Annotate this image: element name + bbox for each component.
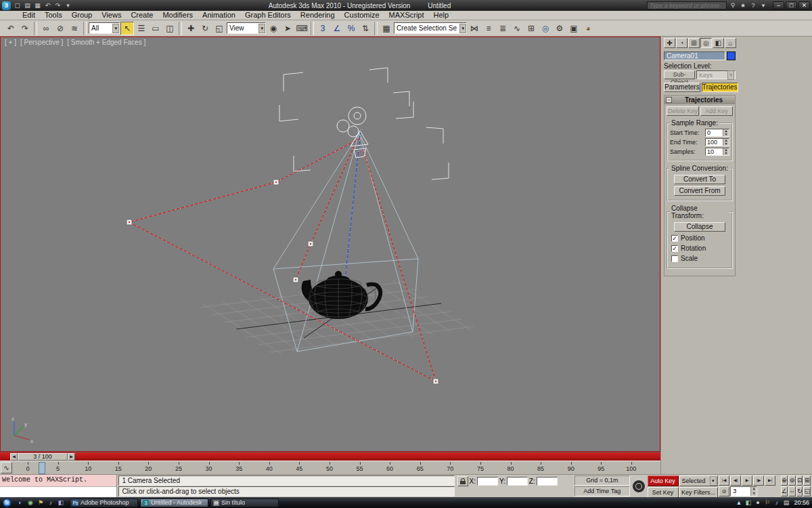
menu-tools[interactable]: Tools xyxy=(40,11,67,20)
play-button[interactable]: ▶ xyxy=(742,475,752,486)
previous-frame-arrow[interactable]: ◀ xyxy=(10,453,18,461)
circle-indicator-icon[interactable] xyxy=(633,480,645,492)
tray-icon-5[interactable]: ♪ xyxy=(773,499,780,506)
arc-rotate-icon[interactable]: ↻ xyxy=(796,486,803,496)
add-time-tag[interactable]: Add Time Tag xyxy=(574,486,630,496)
start-button[interactable]: ⊞ xyxy=(3,499,12,507)
collapse-button[interactable]: Collapse xyxy=(674,222,725,232)
help-icon[interactable]: ? xyxy=(749,1,757,9)
perspective-viewport[interactable]: [ + ] [ Perspective ] [ Smooth + Edged F… xyxy=(0,37,660,452)
collapse-rollout-icon[interactable]: - xyxy=(666,97,672,103)
search-icon[interactable]: ⚲ xyxy=(729,1,737,9)
percent-snap-icon[interactable]: % xyxy=(344,22,358,35)
go-to-end-button[interactable]: ▶| xyxy=(765,475,775,486)
menu-graph-editors[interactable]: Graph Editors xyxy=(240,11,296,20)
delete-key-button[interactable]: Delete Key xyxy=(667,106,699,116)
use-pivot-center-icon[interactable]: ◉ xyxy=(267,22,280,35)
menu-views[interactable]: Views xyxy=(97,11,126,20)
reference-coordinate-dropdown[interactable]: View▾ xyxy=(227,22,266,34)
trajectories-rollout-header[interactable]: - Trajectories xyxy=(664,96,735,104)
selection-lock-toggle[interactable] xyxy=(457,476,468,486)
close-button[interactable]: ✕ xyxy=(798,1,810,9)
redo-small-icon[interactable]: ↷ xyxy=(53,1,62,10)
x-coordinate-field[interactable] xyxy=(477,477,498,486)
maxscript-listener-output[interactable]: Welcome to MAXScript. xyxy=(0,475,116,486)
current-frame-field[interactable]: 3 ▲▼ xyxy=(730,486,757,496)
quicklaunch-icon-2[interactable]: ◉ xyxy=(26,499,35,507)
spinner-arrows[interactable]: ▲▼ xyxy=(723,148,729,155)
spinner-arrows[interactable]: ▲▼ xyxy=(723,139,729,146)
rotation-checkbox[interactable]: ✓ xyxy=(671,245,678,252)
mirror-icon[interactable]: ⋈ xyxy=(468,22,481,35)
select-and-move-icon[interactable]: ✚ xyxy=(184,22,198,35)
tab-display[interactable]: ◧ xyxy=(713,38,724,48)
sub-object-dropdown[interactable]: Keys ▾ xyxy=(696,70,736,79)
add-key-button[interactable]: Add Key xyxy=(700,106,733,116)
minimize-button[interactable]: – xyxy=(773,1,784,9)
render-production-icon[interactable]: ◕ xyxy=(581,22,595,35)
select-and-scale-icon[interactable]: ◱ xyxy=(212,22,226,35)
tab-utilities[interactable]: ⌂ xyxy=(725,38,736,48)
task-adobe-photoshop[interactable]: PsAdobe Photoshop xyxy=(70,499,138,507)
schematic-view-icon[interactable]: ⊞ xyxy=(524,22,538,35)
dummy-helper-brackets[interactable] xyxy=(279,68,449,179)
tray-icon-1[interactable]: ▲ xyxy=(735,499,742,506)
quicklaunch-icon-1[interactable]: ◐ xyxy=(16,499,25,507)
new-scene-icon[interactable]: ▢ xyxy=(13,1,22,10)
tab-create[interactable]: ✚ xyxy=(664,38,675,48)
keyboard-override-icon[interactable]: ⌨ xyxy=(295,22,309,35)
convert-from-button[interactable]: Convert From xyxy=(674,186,725,196)
tray-icon-2[interactable]: ◧ xyxy=(744,499,752,506)
open-file-icon[interactable]: ▤ xyxy=(23,1,32,10)
viewport-menu-plus[interactable]: [ + ] xyxy=(5,39,16,46)
menu-help[interactable]: Help xyxy=(429,11,454,20)
key-mode-toggle[interactable]: ⊙ xyxy=(719,486,729,496)
angle-snap-icon[interactable]: ∠ xyxy=(330,22,344,35)
selection-filter-dropdown[interactable]: All▾ xyxy=(89,22,120,34)
window-crossing-icon[interactable]: ◫ xyxy=(163,22,177,35)
menu-modifiers[interactable]: Modifiers xyxy=(158,11,198,20)
scale-checkbox[interactable] xyxy=(671,255,678,262)
previous-frame-button[interactable]: ◀| xyxy=(730,475,741,486)
snaps-toggle-icon[interactable]: 3 xyxy=(316,22,330,35)
next-frame-arrow[interactable]: ▶ xyxy=(68,453,75,461)
render-setup-icon[interactable]: ⚙ xyxy=(553,22,566,35)
start-time-spinner[interactable]: 0 ▲▼ xyxy=(705,129,729,137)
quicklaunch-icon-3[interactable]: ⚑ xyxy=(36,499,45,507)
menu-edit[interactable]: Edit xyxy=(18,11,40,20)
position-checkbox[interactable]: ✓ xyxy=(671,235,678,242)
quicklaunch-icon-4[interactable]: ♪ xyxy=(46,499,55,507)
maxscript-mini-listener[interactable]: Welcome to MAXScript. xyxy=(0,475,117,497)
spinner-snap-icon[interactable]: ⇅ xyxy=(359,22,372,35)
light-objects[interactable] xyxy=(337,107,366,137)
app-logo-icon[interactable]: 3 xyxy=(2,1,11,10)
time-slider[interactable]: ◀ 3 / 100 ▶ xyxy=(0,452,660,461)
viewport-scene[interactable]: x y z xyxy=(1,37,660,451)
zoom-icon[interactable]: ⊕ xyxy=(781,475,788,486)
samples-spinner[interactable]: 10 ▲▼ xyxy=(705,148,729,156)
convert-to-button[interactable]: Convert To xyxy=(674,175,725,184)
y-coordinate-field[interactable] xyxy=(507,477,528,486)
zoom-extents-icon[interactable]: ⊡ xyxy=(796,475,803,486)
redo-icon[interactable]: ↷ xyxy=(18,22,32,35)
layer-manager-icon[interactable]: ≣ xyxy=(496,22,510,35)
infocenter-search-input[interactable] xyxy=(647,1,727,9)
key-filters-button[interactable]: Key Filters... xyxy=(679,487,718,498)
select-and-manipulate-icon[interactable]: ➤ xyxy=(281,22,294,35)
menu-group[interactable]: Group xyxy=(67,11,97,20)
qat-dropdown-icon[interactable]: ▾ xyxy=(64,1,72,10)
help-dropdown-icon[interactable]: ▾ xyxy=(759,1,767,9)
tray-icon-3[interactable]: ● xyxy=(754,499,761,506)
maximize-viewport-toggle-icon[interactable]: ◱ xyxy=(803,486,811,496)
menu-customize[interactable]: Customize xyxy=(340,11,384,20)
trajectories-button[interactable]: Trajectories xyxy=(702,83,738,92)
select-and-link-icon[interactable]: ∞ xyxy=(39,22,53,35)
object-name-field[interactable]: Camera01 xyxy=(664,51,725,60)
select-by-name-icon[interactable]: ☰ xyxy=(135,22,148,35)
teapot-object[interactable] xyxy=(302,271,380,319)
time-slider-handle[interactable]: 3 / 100 xyxy=(18,453,68,461)
tab-hierarchy[interactable]: ⊞ xyxy=(688,38,700,48)
tray-icon-6[interactable]: ▤ xyxy=(782,499,790,506)
next-frame-button[interactable]: |▶ xyxy=(753,475,764,486)
undo-icon[interactable]: ↶ xyxy=(4,22,18,35)
